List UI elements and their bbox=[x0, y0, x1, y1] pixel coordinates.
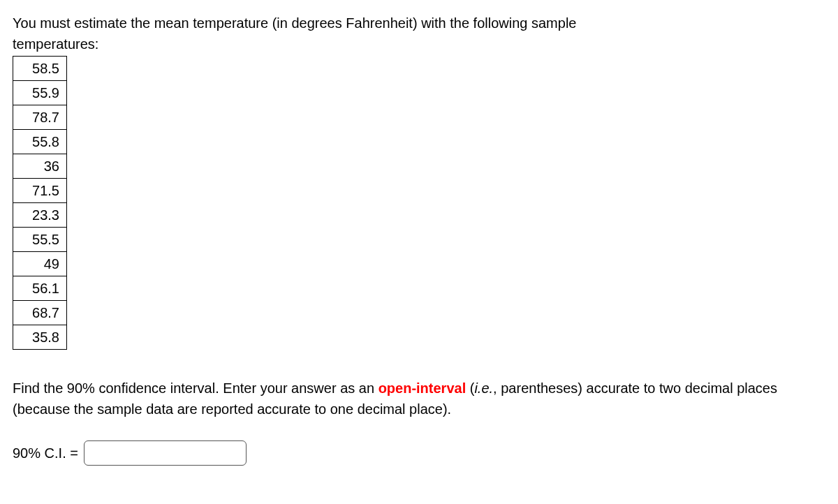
instructions-text: Find the 90% confidence interval. Enter … bbox=[13, 378, 825, 420]
temperature-cell: 23.3 bbox=[13, 203, 67, 228]
open-interval-label: open-interval bbox=[378, 380, 466, 396]
table-row: 55.5 bbox=[13, 228, 67, 252]
instructions-prefix: Find the 90% confidence interval. Enter … bbox=[13, 380, 378, 396]
intro-line-1: You must estimate the mean temperature (… bbox=[13, 15, 576, 31]
temperature-cell: 55.8 bbox=[13, 130, 67, 154]
table-row: 58.5 bbox=[13, 57, 67, 81]
table-row: 23.3 bbox=[13, 203, 67, 228]
temperature-cell: 68.7 bbox=[13, 301, 67, 325]
answer-row: 90% C.I. = bbox=[13, 440, 825, 466]
temperature-cell: 78.7 bbox=[13, 105, 67, 130]
temperature-table: 58.555.978.755.83671.523.355.54956.168.7… bbox=[13, 56, 67, 350]
table-row: 78.7 bbox=[13, 105, 67, 130]
intro-line-2: temperatures: bbox=[13, 36, 98, 52]
temperature-cell: 56.1 bbox=[13, 276, 67, 301]
table-row: 56.1 bbox=[13, 276, 67, 301]
temperature-cell: 49 bbox=[13, 252, 67, 276]
confidence-interval-input[interactable] bbox=[84, 440, 247, 466]
intro-text: You must estimate the mean temperature (… bbox=[13, 13, 825, 54]
temperature-cell: 71.5 bbox=[13, 179, 67, 203]
table-row: 55.9 bbox=[13, 81, 67, 105]
table-row: 71.5 bbox=[13, 179, 67, 203]
temperature-cell: 35.8 bbox=[13, 325, 67, 350]
ie-text: i.e. bbox=[474, 380, 493, 396]
table-row: 55.8 bbox=[13, 130, 67, 154]
table-row: 68.7 bbox=[13, 301, 67, 325]
table-row: 36 bbox=[13, 154, 67, 179]
table-row: 49 bbox=[13, 252, 67, 276]
table-row: 35.8 bbox=[13, 325, 67, 350]
instructions-mid1: ( bbox=[466, 380, 474, 396]
temperature-cell: 55.9 bbox=[13, 81, 67, 105]
temperature-cell: 55.5 bbox=[13, 228, 67, 252]
temperature-cell: 58.5 bbox=[13, 57, 67, 81]
answer-label: 90% C.I. = bbox=[13, 443, 78, 464]
temperature-cell: 36 bbox=[13, 154, 67, 179]
